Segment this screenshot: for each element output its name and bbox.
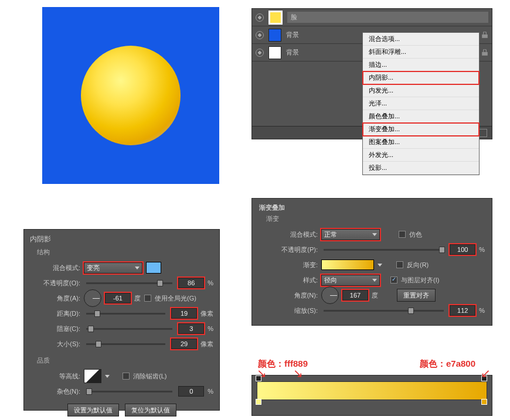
dither-label: 仿色 bbox=[409, 230, 422, 239]
trash-icon[interactable] bbox=[479, 129, 487, 137]
distance-slider[interactable] bbox=[86, 313, 165, 315]
shadow-color-chip[interactable] bbox=[146, 262, 161, 274]
opacity-label: 不透明度(O): bbox=[30, 279, 80, 288]
gradient-picker[interactable] bbox=[321, 259, 374, 270]
choke-label: 阻塞(C): bbox=[30, 325, 80, 333]
layer-thumb[interactable] bbox=[268, 46, 281, 59]
gradient-label: 渐变: bbox=[259, 261, 318, 269]
blend-mode-label: 混合模式: bbox=[30, 264, 80, 272]
opacity-label: 不透明度(P): bbox=[259, 245, 318, 254]
choke-slider[interactable] bbox=[86, 328, 172, 330]
angle-label: 角度(A): bbox=[30, 294, 80, 303]
dither-checkbox[interactable] bbox=[399, 231, 406, 238]
arrow-down-icon: ↘ bbox=[293, 370, 303, 376]
annotation-grad-right: 颜色：e7a800 bbox=[420, 358, 475, 370]
contour-label: 等高线: bbox=[30, 372, 80, 381]
menu-item[interactable]: 斜面和浮雕... bbox=[363, 46, 479, 59]
menu-item[interactable]: 投影... bbox=[363, 162, 479, 175]
menu-item[interactable]: 混合选项... bbox=[363, 33, 479, 46]
gradient-overlay-dialog: 渐变叠加 渐变 混合模式: 正常 仿色 不透明度(P): 100 % 渐变: 反… bbox=[251, 198, 492, 326]
quality-label: 品质 bbox=[37, 356, 213, 365]
gradient-editor bbox=[251, 375, 492, 416]
distance-label: 距离(D): bbox=[30, 309, 80, 318]
visibility-icon[interactable] bbox=[256, 31, 264, 39]
choke-input[interactable]: 3 bbox=[178, 323, 204, 334]
lock-icon bbox=[481, 49, 488, 56]
sphere-shape bbox=[81, 46, 181, 145]
arrow-down-icon: ↘ bbox=[257, 370, 267, 376]
align-checkbox[interactable] bbox=[390, 276, 397, 284]
scale-label: 缩放(S): bbox=[259, 306, 318, 315]
size-label: 大小(S): bbox=[30, 340, 80, 349]
blend-mode-select[interactable]: 变亮 bbox=[84, 262, 142, 274]
reset-default-button[interactable]: 复位为默认值 bbox=[125, 404, 176, 416]
global-light-checkbox[interactable] bbox=[144, 295, 151, 302]
layer-label[interactable]: 脸 bbox=[287, 12, 488, 23]
angle-input[interactable]: 167 bbox=[342, 290, 368, 301]
svg-rect-0 bbox=[482, 34, 488, 37]
color-stop-right[interactable] bbox=[481, 399, 488, 406]
scale-slider[interactable] bbox=[324, 310, 444, 312]
menu-item[interactable]: 外发光... bbox=[363, 149, 479, 162]
opacity-slider[interactable] bbox=[86, 282, 172, 284]
angle-wheel[interactable] bbox=[84, 289, 101, 307]
opacity-slider[interactable] bbox=[324, 249, 444, 251]
blend-mode-select[interactable]: 正常 bbox=[321, 229, 380, 240]
scale-input[interactable]: 112 bbox=[450, 305, 475, 316]
chevron-down-icon[interactable] bbox=[105, 375, 110, 378]
menu-item[interactable]: 光泽... bbox=[363, 97, 479, 110]
menu-item-inner-shadow[interactable]: 内阴影... bbox=[363, 71, 479, 84]
noise-slider[interactable] bbox=[86, 391, 172, 392]
contour-picker[interactable] bbox=[84, 369, 101, 383]
visibility-icon[interactable] bbox=[256, 49, 264, 57]
inner-shadow-dialog: 内阴影 结构 混合模式: 变亮 不透明度(O): 86 % 角度(A): -61… bbox=[23, 229, 220, 411]
menu-item[interactable]: 描边... bbox=[363, 59, 479, 71]
angle-label: 角度(N): bbox=[259, 291, 318, 300]
structure-label: 结构 bbox=[37, 248, 213, 257]
svg-rect-1 bbox=[482, 52, 488, 55]
visibility-icon[interactable] bbox=[256, 13, 264, 22]
style-select[interactable]: 径向 bbox=[321, 275, 380, 286]
layer-thumb[interactable] bbox=[268, 11, 283, 25]
arrow-down-icon: ↙ bbox=[481, 370, 491, 376]
preview-canvas bbox=[42, 7, 219, 184]
blend-mode-label: 混合模式: bbox=[259, 230, 318, 239]
gradient-sub: 渐变 bbox=[266, 214, 485, 223]
menu-item[interactable]: 图案叠加... bbox=[363, 136, 479, 149]
antialias-checkbox[interactable] bbox=[123, 373, 130, 380]
noise-label: 杂色(N): bbox=[30, 387, 80, 396]
color-stop-left[interactable] bbox=[256, 399, 263, 406]
align-label: 与图层对齐(I) bbox=[401, 276, 439, 285]
reset-align-button[interactable]: 重置对齐 bbox=[397, 289, 436, 302]
size-input[interactable]: 29 bbox=[171, 339, 197, 349]
make-default-button[interactable]: 设置为默认值 bbox=[67, 404, 119, 416]
antialias-label: 消除锯齿(L) bbox=[133, 372, 166, 381]
menu-item-gradient-overlay[interactable]: 渐变叠加... bbox=[363, 123, 479, 136]
lock-icon bbox=[481, 32, 488, 39]
layer-row[interactable]: 脸 bbox=[252, 9, 492, 26]
style-label: 样式: bbox=[259, 276, 318, 285]
chevron-down-icon[interactable] bbox=[378, 264, 382, 267]
angle-wheel[interactable] bbox=[321, 286, 339, 304]
global-light-label: 使用全局光(G) bbox=[155, 294, 196, 303]
noise-input[interactable]: 0 bbox=[178, 386, 204, 397]
opacity-input[interactable]: 100 bbox=[450, 244, 475, 255]
angle-input[interactable]: -61 bbox=[105, 293, 131, 303]
gradient-bar[interactable] bbox=[257, 381, 487, 400]
reverse-checkbox[interactable] bbox=[396, 261, 403, 268]
menu-item[interactable]: 内发光... bbox=[363, 84, 479, 97]
distance-input[interactable]: 19 bbox=[171, 308, 197, 319]
opacity-input[interactable]: 86 bbox=[178, 278, 204, 288]
reverse-label: 反向(R) bbox=[407, 261, 429, 269]
dialog-title: 渐变叠加 bbox=[259, 203, 485, 212]
fx-dropdown-menu: 混合选项... 斜面和浮雕... 描边... 内阴影... 内发光... 光泽.… bbox=[362, 32, 480, 175]
size-slider[interactable] bbox=[86, 343, 165, 345]
layer-thumb[interactable] bbox=[268, 29, 281, 42]
menu-item[interactable]: 颜色叠加... bbox=[363, 110, 479, 123]
dialog-title: 内阴影 bbox=[30, 234, 213, 244]
